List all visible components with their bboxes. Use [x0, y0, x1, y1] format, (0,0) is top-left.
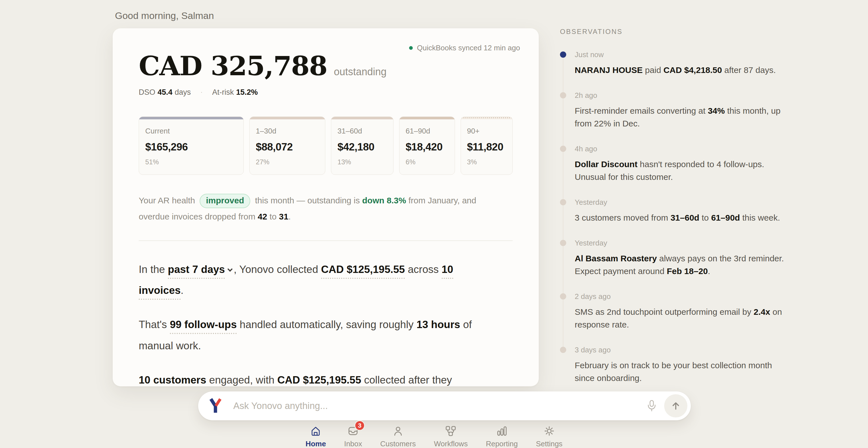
home-icon [310, 425, 321, 437]
follow-ups-link[interactable]: 99 follow-ups [170, 319, 237, 334]
aging-bucket-1-30d[interactable]: 1–30d $88,072 27% [249, 116, 326, 175]
nav-item-inbox[interactable]: 3 Inbox [344, 425, 362, 448]
text-segment: 34% [708, 106, 725, 115]
inbox-unread-badge: 3 [354, 420, 365, 431]
bucket-accent-strip [250, 117, 325, 119]
customers-icon [392, 425, 404, 437]
ar-health-summary: Your AR health improved this month — out… [139, 192, 478, 225]
observations-timeline: Just now NARANJ HOUSE paid CAD $4,218.50… [560, 50, 798, 384]
bucket-percent: 27% [256, 158, 319, 166]
nav-label: Workflows [434, 440, 468, 448]
narrative-engagement: 10 customers engaged, with CAD $125,195.… [139, 370, 484, 386]
text-segment: to [699, 213, 711, 222]
bucket-value: $42,180 [337, 141, 387, 153]
observation-item[interactable]: 2h ago First-reminder emails converting … [560, 91, 798, 130]
text-segment: 3 customers moved from [575, 213, 671, 222]
collected-amount-link[interactable]: CAD $125,195.55 [277, 374, 361, 386]
observation-timestamp: 3 days ago [575, 346, 798, 354]
bucket-percent: 51% [145, 158, 237, 166]
observation-timestamp: Yesterday [575, 198, 798, 207]
text-segment: this week. [740, 213, 780, 222]
observation-text: Dollar Discount hasn't responded to 4 fo… [575, 158, 786, 183]
send-arrow-icon [671, 401, 681, 411]
text-segment: . [181, 284, 183, 296]
bucket-accent-strip [461, 117, 513, 119]
aging-bucket-current[interactable]: Current $165,296 51% [139, 116, 244, 175]
nav-item-reporting[interactable]: Reporting [486, 425, 518, 448]
kpi-separator: · [200, 89, 203, 96]
period-selector[interactable]: past 7 days [168, 264, 225, 279]
greeting-text: Good morning, Salman [115, 10, 214, 21]
send-button[interactable] [664, 394, 687, 417]
nav-item-workflows[interactable]: Workflows [434, 425, 468, 448]
bucket-value: $165,296 [145, 141, 237, 153]
bucket-label: 31–60d [337, 127, 387, 135]
narrative-collections: In the past 7 days, Yonovo collected CAD… [139, 259, 484, 301]
microphone-button[interactable] [647, 400, 657, 412]
observation-item[interactable]: 3 days ago February is on track to be yo… [560, 346, 798, 384]
bucket-label: 1–30d [256, 127, 319, 135]
observation-text: NARANJ HOUSE paid CAD $4,218.50 after 87… [575, 64, 786, 76]
bucket-label: Current [145, 127, 237, 135]
collected-amount-link[interactable]: CAD $125,195.55 [321, 264, 405, 279]
at-risk-value: 15.2% [236, 88, 258, 97]
card-divider [139, 240, 513, 241]
timeline-dot-icon [560, 92, 566, 98]
nav-item-customers[interactable]: Customers [380, 425, 416, 448]
ar-summary-card: QuickBooks synced 12 min ago CAD 325,788… [113, 28, 539, 386]
text-segment: Dollar Discount [575, 160, 638, 169]
observation-timestamp: Yesterday [575, 239, 798, 247]
observation-text: 3 customers moved from 31–60d to 61–90d … [575, 211, 786, 224]
chevron-down-icon[interactable] [228, 267, 233, 272]
workflows-icon [445, 425, 456, 437]
yonovo-logo [208, 398, 223, 414]
at-risk-label: At-risk [212, 88, 234, 97]
observation-item[interactable]: Yesterday Al Bassam Roastery always pays… [560, 239, 798, 277]
observation-text: February is on track to be your best col… [575, 359, 786, 384]
aging-bucket-61-90d[interactable]: 61–90d $18,420 6% [399, 116, 455, 175]
nav-label: Home [306, 440, 326, 448]
aging-bucket-31-60d[interactable]: 31–60d $42,180 13% [331, 116, 394, 175]
observation-item[interactable]: 4h ago Dollar Discount hasn't responded … [560, 144, 798, 183]
observation-item[interactable]: Yesterday 3 customers moved from 31–60d … [560, 198, 798, 224]
ask-input[interactable] [233, 401, 647, 411]
timeline-dot-icon [560, 240, 566, 246]
aging-bucket-90plus[interactable]: 90+ $11,820 3% [461, 116, 513, 175]
observation-item[interactable]: Just now NARANJ HOUSE paid CAD $4,218.50… [560, 50, 798, 76]
sync-status-dot-icon [409, 46, 413, 50]
inbox-icon: 3 [347, 425, 359, 437]
health-status-badge: improved [199, 194, 250, 208]
text-segment: . [708, 267, 710, 276]
text-segment: handled automatically, saving roughly [237, 319, 416, 330]
observations-title: OBSERVATIONS [560, 28, 798, 36]
bucket-percent: 13% [337, 158, 387, 166]
kpi-row: DSO 45.4 days · At-risk 15.2% [139, 88, 513, 97]
outstanding-suffix: outstanding [334, 66, 386, 78]
nav-label: Customers [380, 440, 416, 448]
bucket-accent-strip [399, 117, 455, 119]
narrative-followups: That's 99 follow-ups handled automatical… [139, 314, 484, 356]
text-segment: . [288, 212, 291, 221]
quickbooks-sync-status: QuickBooks synced 12 min ago [409, 43, 520, 52]
observation-text: Al Bassam Roastery always pays on the 3r… [575, 252, 786, 277]
observation-text: First-reminder emails converting at 34% … [575, 104, 786, 130]
bucket-percent: 6% [406, 158, 448, 166]
sync-status-text: QuickBooks synced 12 min ago [417, 43, 520, 52]
text-segment: Feb 18–20 [667, 267, 708, 276]
outstanding-amount: CAD 325,788 [139, 52, 327, 80]
nav-item-home[interactable]: Home [306, 425, 326, 448]
observation-timestamp: 4h ago [575, 144, 798, 153]
timeline-dot-icon [560, 146, 566, 152]
text-segment: Al Bassam Roastery [575, 254, 657, 263]
observation-timestamp: Just now [575, 50, 798, 59]
observation-item[interactable]: 2 days ago SMS as 2nd touchpoint outperf… [560, 292, 798, 331]
settings-icon [544, 425, 555, 437]
bucket-value: $88,072 [256, 141, 319, 153]
bucket-value: $11,820 [467, 141, 506, 153]
reporting-icon [496, 425, 507, 437]
customers-link[interactable]: 10 customers [139, 374, 206, 386]
text-segment: That's [139, 319, 170, 330]
observation-text: SMS as 2nd touchpoint outperforming emai… [575, 306, 786, 331]
nav-item-settings[interactable]: Settings [536, 425, 562, 448]
bucket-percent: 3% [467, 158, 506, 166]
